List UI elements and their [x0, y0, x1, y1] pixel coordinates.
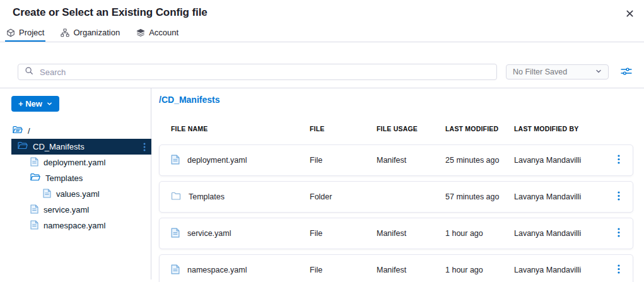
- cell-last-modified-by: Lavanya Mandavilli: [514, 229, 590, 238]
- tree-item-values-yaml[interactable]: values.yaml: [0, 186, 151, 202]
- tab-project[interactable]: Project: [5, 26, 45, 42]
- table-row-deployment-yaml[interactable]: deployment.yaml File Manifest 25 minutes…: [159, 144, 633, 176]
- toolbar: No Filter Saved: [0, 64, 644, 80]
- folder-open-icon: [13, 126, 23, 136]
- file-icon: [171, 228, 180, 240]
- tree-item-service-yaml[interactable]: service.yaml: [0, 202, 151, 218]
- tab-organization[interactable]: Organization: [59, 26, 121, 42]
- cell-file-type: File: [310, 156, 377, 165]
- cell-file-usage: Manifest: [377, 156, 445, 165]
- scope-tabs: Project Organization Account: [0, 19, 644, 42]
- file-icon: [171, 264, 180, 276]
- cell-file-type: Folder: [310, 192, 377, 201]
- cell-last-modified: 25 minutes ago: [445, 156, 514, 165]
- search-box: [18, 64, 497, 80]
- kebab-menu-icon: [618, 264, 620, 276]
- tree-item-menu-button[interactable]: [143, 143, 146, 151]
- filter-dropdown[interactable]: No Filter Saved: [506, 64, 609, 79]
- sliders-icon: [621, 66, 632, 78]
- chevron-down-icon: [595, 68, 602, 76]
- search-input[interactable]: [38, 67, 490, 78]
- column-header-file: FILE: [310, 125, 377, 132]
- close-icon: [626, 9, 634, 20]
- tree-item-templates[interactable]: Templates: [0, 170, 151, 186]
- file-tree-panel: + New / CD_Manifests: [0, 88, 151, 279]
- file-icon: [30, 204, 38, 216]
- table-row-namespace-yaml[interactable]: namespace.yaml File Manifest 1 hour ago …: [159, 254, 633, 282]
- cell-file-name: deployment.yaml: [187, 156, 247, 165]
- tree-item-label: values.yaml: [56, 189, 100, 199]
- cell-last-modified-by: Lavanya Mandavilli: [514, 192, 590, 201]
- folder-icon: [171, 191, 181, 203]
- cell-file-name: namespace.yaml: [187, 266, 247, 274]
- cell-file-type: File: [310, 229, 377, 238]
- file-table: deployment.yaml File Manifest 25 minutes…: [159, 144, 633, 282]
- cell-file-usage: Manifest: [377, 266, 445, 274]
- chevron-down-icon: [47, 99, 52, 109]
- table-header: FILE NAME FILE FILE USAGE LAST MODIFIED …: [159, 125, 633, 132]
- file-list-panel: /CD_Manifests FILE NAME FILE FILE USAGE …: [151, 88, 644, 279]
- tab-account[interactable]: Account: [135, 26, 180, 42]
- tree-item-root[interactable]: /: [0, 123, 151, 139]
- tab-account-label: Account: [149, 28, 179, 37]
- column-header-file-usage: FILE USAGE: [377, 125, 445, 132]
- filter-dropdown-value: No Filter Saved: [513, 68, 567, 76]
- file-tree: / CD_Manifests deployment.yaml: [0, 123, 151, 233]
- row-menu-button[interactable]: [614, 264, 624, 276]
- cell-file-name: Templates: [189, 192, 225, 201]
- column-header-file-name: FILE NAME: [171, 125, 310, 132]
- row-menu-button[interactable]: [614, 228, 624, 239]
- close-button[interactable]: [623, 8, 636, 21]
- filter-settings-button[interactable]: [621, 66, 632, 78]
- column-header-last-modified-by: LAST MODIFIED BY: [514, 125, 590, 132]
- cell-last-modified-by: Lavanya Mandavilli: [514, 266, 590, 274]
- breadcrumb[interactable]: /CD_Manifests: [159, 95, 633, 105]
- table-row-templates[interactable]: Templates Folder 57 minutes ago Lavanya …: [159, 181, 633, 213]
- cell-last-modified: 1 hour ago: [445, 229, 514, 238]
- folder-open-icon: [30, 173, 40, 184]
- tree-item-label: CD_Manifests: [33, 142, 85, 151]
- organization-icon: [61, 28, 69, 37]
- tree-item-label: /: [28, 126, 30, 136]
- cell-last-modified: 57 minutes ago: [445, 192, 514, 201]
- cell-file-usage: Manifest: [377, 229, 445, 238]
- tree-item-label: Templates: [45, 173, 83, 183]
- file-icon: [30, 157, 38, 168]
- new-button-label: + New: [18, 99, 42, 109]
- cell-file-name: service.yaml: [187, 229, 231, 238]
- cell-file-type: File: [310, 266, 377, 274]
- project-icon: [6, 28, 15, 37]
- kebab-menu-icon: [618, 191, 620, 203]
- tree-item-namespace-yaml[interactable]: namespace.yaml: [0, 218, 151, 233]
- cell-last-modified-by: Lavanya Mandavilli: [514, 156, 590, 165]
- table-row-service-yaml[interactable]: service.yaml File Manifest 1 hour ago La…: [159, 218, 633, 249]
- config-file-modal: Create or Select an Existing Config file…: [0, 0, 644, 282]
- tab-project-label: Project: [19, 28, 44, 37]
- row-menu-button[interactable]: [614, 155, 624, 166]
- folder-open-icon: [18, 141, 28, 152]
- file-icon: [30, 220, 38, 232]
- modal-header: Create or Select an Existing Config file: [0, 0, 644, 19]
- modal-body: + New / CD_Manifests: [0, 88, 644, 279]
- column-header-last-modified: LAST MODIFIED: [445, 125, 514, 132]
- page-title: Create or Select an Existing Config file: [13, 6, 631, 19]
- account-icon: [136, 28, 145, 37]
- tree-item-label: namespace.yaml: [44, 221, 105, 230]
- file-icon: [171, 155, 180, 167]
- tree-item-label: deployment.yaml: [44, 158, 105, 167]
- cell-last-modified: 1 hour ago: [445, 266, 514, 274]
- row-menu-button[interactable]: [614, 191, 624, 203]
- tree-item-deployment-yaml[interactable]: deployment.yaml: [0, 155, 151, 170]
- kebab-menu-icon: [618, 155, 620, 166]
- search-icon: [25, 66, 33, 78]
- new-button[interactable]: + New: [11, 96, 59, 112]
- tab-organization-label: Organization: [73, 28, 120, 37]
- kebab-menu-icon: [618, 228, 620, 239]
- file-icon: [43, 189, 51, 200]
- tree-item-cd-manifests[interactable]: CD_Manifests: [11, 139, 151, 155]
- tree-item-label: service.yaml: [44, 205, 89, 214]
